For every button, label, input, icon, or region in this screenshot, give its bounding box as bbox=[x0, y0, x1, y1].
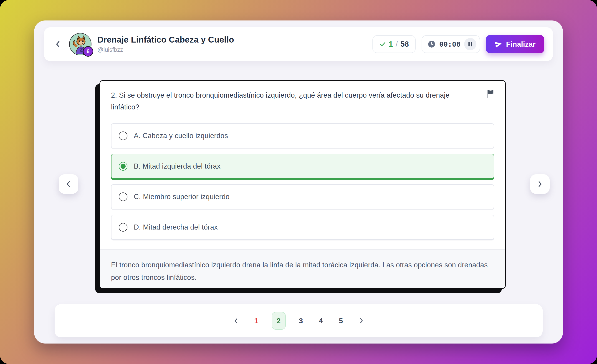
option-b-selected[interactable]: B. Mitad izquierda del tórax bbox=[111, 154, 494, 179]
page-button-3[interactable]: 3 bbox=[296, 317, 306, 325]
page-button-2-current[interactable]: 2 bbox=[272, 312, 286, 330]
question-card: 2. Si se obstruye el tronco bronquiomedi… bbox=[99, 80, 506, 289]
page-button-5[interactable]: 5 bbox=[336, 317, 346, 325]
title-block: Drenaje Linfático Cabeza y Cuello @luisf… bbox=[97, 35, 234, 53]
avatar: 6 bbox=[69, 33, 91, 55]
level-badge-value: 6 bbox=[86, 48, 89, 55]
page-button-1[interactable]: 1 bbox=[252, 317, 261, 325]
option-a-label: A. Cabeza y cuello izquierdos bbox=[134, 132, 228, 140]
option-d[interactable]: D. Mitad derecha del tórax bbox=[111, 215, 494, 240]
radio-icon bbox=[119, 223, 127, 232]
chevron-right-icon bbox=[358, 317, 365, 324]
question-section: 2. Si se obstruye el tronco bronquiomedi… bbox=[100, 81, 505, 119]
option-b-label: B. Mitad izquierda del tórax bbox=[134, 162, 220, 170]
chevron-left-icon bbox=[64, 180, 73, 188]
answered-count: 1 bbox=[389, 40, 393, 48]
page-button-4[interactable]: 4 bbox=[316, 317, 326, 325]
check-icon bbox=[379, 41, 386, 47]
options-list: A. Cabeza y cuello izquierdos B. Mitad i… bbox=[100, 119, 505, 249]
radio-icon bbox=[119, 192, 127, 201]
pagination-next-button[interactable] bbox=[356, 316, 366, 326]
chevron-left-icon bbox=[233, 317, 240, 324]
finish-button-label: Finalizar bbox=[506, 40, 535, 48]
pause-button[interactable] bbox=[464, 38, 476, 50]
progress-badge: 1 / 58 bbox=[372, 35, 416, 53]
radio-selected-icon bbox=[119, 162, 127, 171]
back-button[interactable] bbox=[53, 39, 63, 49]
timer-badge: 00:08 bbox=[422, 35, 480, 53]
radio-icon bbox=[119, 132, 127, 140]
flag-icon bbox=[486, 89, 495, 98]
author-username: @luisfbzz bbox=[97, 46, 234, 53]
level-badge: 6 bbox=[83, 46, 93, 57]
previous-question-button[interactable] bbox=[59, 174, 78, 194]
timer-value: 00:08 bbox=[439, 40, 461, 48]
pause-icon bbox=[468, 42, 470, 47]
chevron-right-icon bbox=[536, 180, 544, 188]
app-container: 6 Drenaje Linfático Cabeza y Cuello @lui… bbox=[34, 20, 563, 344]
option-c-label: C. Miembro superior izquierdo bbox=[134, 193, 229, 201]
option-d-label: D. Mitad derecha del tórax bbox=[134, 223, 218, 231]
progress-separator: / bbox=[396, 40, 398, 48]
finish-button[interactable]: Finalizar bbox=[486, 35, 544, 53]
explanation-section: El tronco bronquiomediastínico izquierdo… bbox=[100, 249, 505, 289]
explanation-text: El tronco bronquiomediastínico izquierdo… bbox=[111, 259, 494, 284]
clock-icon bbox=[427, 40, 436, 48]
question-text: 2. Si se obstruye el tronco bronquiomedi… bbox=[111, 89, 494, 113]
header: 6 Drenaje Linfático Cabeza y Cuello @lui… bbox=[44, 27, 553, 61]
pagination: 1 2 3 4 5 bbox=[55, 304, 543, 337]
next-question-button[interactable] bbox=[530, 174, 550, 194]
screen: 6 Drenaje Linfático Cabeza y Cuello @lui… bbox=[0, 0, 597, 364]
pagination-prev-button[interactable] bbox=[231, 316, 241, 326]
option-a[interactable]: A. Cabeza y cuello izquierdos bbox=[111, 123, 494, 148]
chevron-left-icon bbox=[54, 40, 63, 49]
send-icon bbox=[494, 40, 503, 49]
flag-question-button[interactable] bbox=[486, 89, 495, 98]
total-count: 58 bbox=[401, 40, 409, 48]
option-c[interactable]: C. Miembro superior izquierdo bbox=[111, 184, 494, 209]
page-title: Drenaje Linfático Cabeza y Cuello bbox=[97, 35, 234, 45]
pause-icon bbox=[471, 42, 472, 47]
